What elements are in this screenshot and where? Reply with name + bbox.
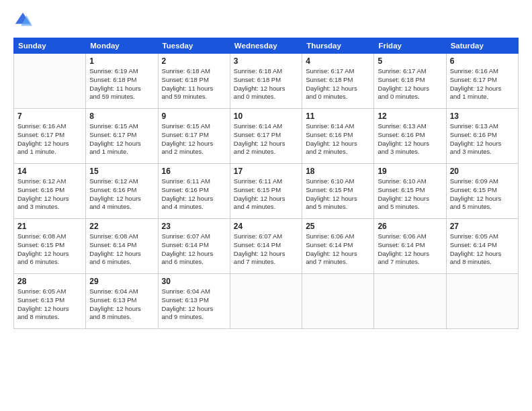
- day-info: Sunrise: 6:17 AM Sunset: 6:18 PM Dayligh…: [306, 67, 370, 101]
- calendar-cell: 11Sunrise: 6:14 AM Sunset: 6:16 PM Dayli…: [302, 109, 374, 164]
- calendar-cell: 19Sunrise: 6:10 AM Sunset: 6:15 PM Dayli…: [374, 164, 446, 219]
- calendar-cell: 9Sunrise: 6:15 AM Sunset: 6:17 PM Daylig…: [158, 109, 230, 164]
- col-header-saturday: Saturday: [446, 38, 518, 54]
- day-number: 22: [89, 222, 154, 231]
- day-info: Sunrise: 6:07 AM Sunset: 6:14 PM Dayligh…: [162, 232, 226, 267]
- calendar-cell: 22Sunrise: 6:08 AM Sunset: 6:14 PM Dayli…: [86, 219, 158, 274]
- calendar-week-row: 14Sunrise: 6:12 AM Sunset: 6:16 PM Dayli…: [14, 164, 519, 219]
- day-number: 3: [234, 56, 298, 66]
- calendar-cell: [302, 274, 374, 329]
- day-number: 13: [450, 111, 515, 121]
- day-info: Sunrise: 6:07 AM Sunset: 6:14 PM Dayligh…: [234, 232, 298, 267]
- day-number: 8: [89, 111, 154, 121]
- calendar-cell: 20Sunrise: 6:09 AM Sunset: 6:15 PM Dayli…: [446, 164, 518, 219]
- calendar-cell: 25Sunrise: 6:06 AM Sunset: 6:14 PM Dayli…: [302, 219, 374, 274]
- day-number: 7: [17, 111, 82, 121]
- day-info: Sunrise: 6:18 AM Sunset: 6:18 PM Dayligh…: [162, 67, 226, 101]
- calendar-cell: 29Sunrise: 6:04 AM Sunset: 6:13 PM Dayli…: [86, 274, 158, 329]
- day-info: Sunrise: 6:08 AM Sunset: 6:15 PM Dayligh…: [17, 232, 82, 267]
- day-number: 19: [378, 167, 442, 176]
- day-number: 6: [450, 56, 515, 66]
- calendar-cell: 26Sunrise: 6:06 AM Sunset: 6:14 PM Dayli…: [374, 219, 446, 274]
- calendar-cell: 8Sunrise: 6:15 AM Sunset: 6:17 PM Daylig…: [86, 109, 158, 164]
- calendar-cell: [374, 274, 446, 329]
- col-header-sunday: Sunday: [14, 38, 86, 54]
- calendar-cell: [446, 274, 518, 329]
- day-info: Sunrise: 6:18 AM Sunset: 6:18 PM Dayligh…: [234, 67, 298, 101]
- day-info: Sunrise: 6:15 AM Sunset: 6:17 PM Dayligh…: [162, 122, 226, 156]
- calendar-cell: 2Sunrise: 6:18 AM Sunset: 6:18 PM Daylig…: [158, 54, 230, 109]
- day-info: Sunrise: 6:10 AM Sunset: 6:15 PM Dayligh…: [378, 177, 442, 212]
- col-header-monday: Monday: [86, 38, 158, 54]
- calendar-cell: 17Sunrise: 6:11 AM Sunset: 6:15 PM Dayli…: [230, 164, 302, 219]
- calendar-cell: 5Sunrise: 6:17 AM Sunset: 6:18 PM Daylig…: [374, 54, 446, 109]
- day-info: Sunrise: 6:09 AM Sunset: 6:15 PM Dayligh…: [450, 177, 515, 212]
- day-info: Sunrise: 6:04 AM Sunset: 6:13 PM Dayligh…: [89, 287, 154, 322]
- day-number: 10: [234, 111, 298, 121]
- day-number: 25: [306, 222, 370, 231]
- calendar-cell: 1Sunrise: 6:19 AM Sunset: 6:18 PM Daylig…: [86, 54, 158, 109]
- calendar-cell: 15Sunrise: 6:12 AM Sunset: 6:16 PM Dayli…: [86, 164, 158, 219]
- day-info: Sunrise: 6:12 AM Sunset: 6:16 PM Dayligh…: [89, 177, 154, 212]
- calendar-cell: 4Sunrise: 6:17 AM Sunset: 6:18 PM Daylig…: [302, 54, 374, 109]
- day-number: 26: [378, 222, 442, 231]
- day-info: Sunrise: 6:14 AM Sunset: 6:17 PM Dayligh…: [234, 122, 298, 156]
- day-info: Sunrise: 6:13 AM Sunset: 6:16 PM Dayligh…: [450, 122, 515, 156]
- day-number: 21: [17, 222, 82, 231]
- day-number: 20: [450, 167, 515, 176]
- day-info: Sunrise: 6:19 AM Sunset: 6:18 PM Dayligh…: [89, 67, 154, 101]
- day-info: Sunrise: 6:14 AM Sunset: 6:16 PM Dayligh…: [306, 122, 370, 156]
- calendar-header-row: SundayMondayTuesdayWednesdayThursdayFrid…: [14, 38, 519, 54]
- calendar-cell: 21Sunrise: 6:08 AM Sunset: 6:15 PM Dayli…: [14, 219, 86, 274]
- day-info: Sunrise: 6:10 AM Sunset: 6:15 PM Dayligh…: [306, 177, 370, 212]
- calendar-cell: 27Sunrise: 6:05 AM Sunset: 6:14 PM Dayli…: [446, 219, 518, 274]
- day-info: Sunrise: 6:13 AM Sunset: 6:16 PM Dayligh…: [378, 122, 442, 156]
- calendar-week-row: 7Sunrise: 6:16 AM Sunset: 6:17 PM Daylig…: [14, 109, 519, 164]
- logo: [13, 11, 35, 30]
- day-info: Sunrise: 6:11 AM Sunset: 6:16 PM Dayligh…: [162, 177, 226, 212]
- day-number: 27: [450, 222, 515, 231]
- day-number: 30: [162, 277, 226, 286]
- day-number: 5: [378, 56, 442, 66]
- day-number: 2: [162, 56, 226, 66]
- calendar: SundayMondayTuesdayWednesdayThursdayFrid…: [13, 38, 519, 329]
- day-info: Sunrise: 6:04 AM Sunset: 6:13 PM Dayligh…: [162, 287, 226, 322]
- calendar-week-row: 21Sunrise: 6:08 AM Sunset: 6:15 PM Dayli…: [14, 219, 519, 274]
- calendar-cell: 23Sunrise: 6:07 AM Sunset: 6:14 PM Dayli…: [158, 219, 230, 274]
- day-info: Sunrise: 6:06 AM Sunset: 6:14 PM Dayligh…: [378, 232, 442, 267]
- day-number: 12: [378, 111, 442, 121]
- calendar-cell: 24Sunrise: 6:07 AM Sunset: 6:14 PM Dayli…: [230, 219, 302, 274]
- col-header-friday: Friday: [374, 38, 446, 54]
- calendar-cell: 13Sunrise: 6:13 AM Sunset: 6:16 PM Dayli…: [446, 109, 518, 164]
- day-number: 17: [234, 167, 298, 176]
- logo-icon: [13, 11, 32, 30]
- calendar-cell: 14Sunrise: 6:12 AM Sunset: 6:16 PM Dayli…: [14, 164, 86, 219]
- day-number: 4: [306, 56, 370, 66]
- calendar-cell: 18Sunrise: 6:10 AM Sunset: 6:15 PM Dayli…: [302, 164, 374, 219]
- calendar-cell: 12Sunrise: 6:13 AM Sunset: 6:16 PM Dayli…: [374, 109, 446, 164]
- day-info: Sunrise: 6:16 AM Sunset: 6:17 PM Dayligh…: [450, 67, 515, 101]
- day-info: Sunrise: 6:11 AM Sunset: 6:15 PM Dayligh…: [234, 177, 298, 212]
- calendar-cell: 10Sunrise: 6:14 AM Sunset: 6:17 PM Dayli…: [230, 109, 302, 164]
- day-number: 24: [234, 222, 298, 231]
- day-info: Sunrise: 6:16 AM Sunset: 6:17 PM Dayligh…: [17, 122, 82, 156]
- calendar-cell: 7Sunrise: 6:16 AM Sunset: 6:17 PM Daylig…: [14, 109, 86, 164]
- day-number: 16: [162, 167, 226, 176]
- day-info: Sunrise: 6:15 AM Sunset: 6:17 PM Dayligh…: [89, 122, 154, 156]
- day-number: 29: [89, 277, 154, 286]
- day-number: 1: [89, 56, 154, 66]
- day-info: Sunrise: 6:12 AM Sunset: 6:16 PM Dayligh…: [17, 177, 82, 212]
- col-header-wednesday: Wednesday: [230, 38, 302, 54]
- header: [13, 11, 519, 30]
- calendar-week-row: 1Sunrise: 6:19 AM Sunset: 6:18 PM Daylig…: [14, 54, 519, 109]
- calendar-cell: [230, 274, 302, 329]
- day-number: 23: [162, 222, 226, 231]
- day-info: Sunrise: 6:06 AM Sunset: 6:14 PM Dayligh…: [306, 232, 370, 267]
- day-info: Sunrise: 6:08 AM Sunset: 6:14 PM Dayligh…: [89, 232, 154, 267]
- calendar-cell: 3Sunrise: 6:18 AM Sunset: 6:18 PM Daylig…: [230, 54, 302, 109]
- day-number: 15: [89, 167, 154, 176]
- col-header-thursday: Thursday: [302, 38, 374, 54]
- day-number: 14: [17, 167, 82, 176]
- day-info: Sunrise: 6:17 AM Sunset: 6:18 PM Dayligh…: [378, 67, 442, 101]
- calendar-cell: 30Sunrise: 6:04 AM Sunset: 6:13 PM Dayli…: [158, 274, 230, 329]
